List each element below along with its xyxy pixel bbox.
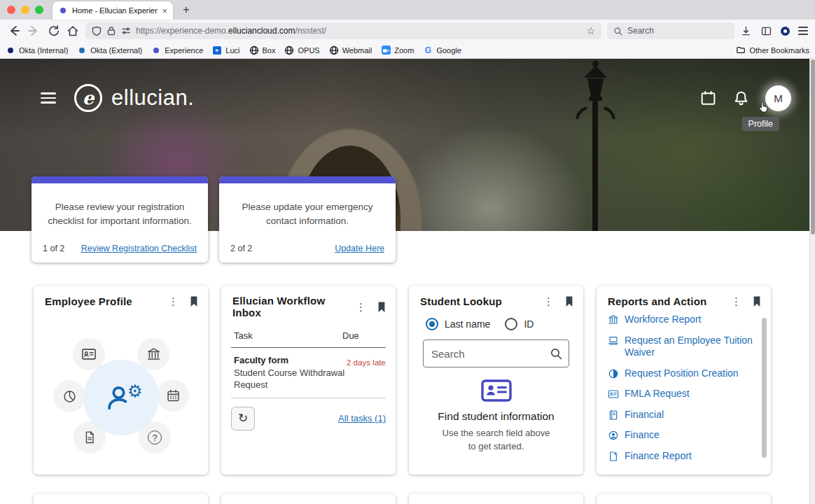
card-menu-icon[interactable]: ⋮ xyxy=(168,296,179,307)
bookmark-zoom[interactable]: Zoom xyxy=(381,46,414,55)
new-tab-button[interactable]: + xyxy=(183,3,190,17)
luci-icon: ▸ xyxy=(212,46,222,55)
card-student-lookup: Student Lookup ⋮ Last name ID Find stude… xyxy=(409,286,583,475)
file-export-icon xyxy=(608,451,619,462)
google-g-icon: G xyxy=(423,46,433,55)
globe-icon xyxy=(329,46,339,55)
okta-internal-icon xyxy=(6,46,15,55)
bookmark-opus[interactable]: OPUS xyxy=(284,46,319,55)
card-menu-icon[interactable]: ⋮ xyxy=(731,296,741,307)
toolbar-right-icons xyxy=(740,25,808,37)
hub-pie-chart-node[interactable] xyxy=(53,380,85,412)
reports-link-list: Workforce Report Request an Employee Tui… xyxy=(597,307,771,463)
notification-message: Please review your registration checklis… xyxy=(32,183,208,227)
link-request-position-creation[interactable]: Request Position Creation xyxy=(608,368,754,380)
brand-wordmark: ellucian xyxy=(111,85,194,111)
student-search-input[interactable] xyxy=(423,340,569,368)
app-header: e ellucian M xyxy=(0,78,809,118)
card-workflow-inbox: Ellucian Workflow Inbox ⋮ Task Due Facul… xyxy=(221,286,396,475)
home-icon[interactable] xyxy=(66,24,80,38)
menu-icon[interactable] xyxy=(798,27,808,35)
notification-counter: 2 of 2 xyxy=(230,244,252,253)
column-due: Due xyxy=(342,330,383,341)
card-menu-icon[interactable]: ⋮ xyxy=(356,302,366,312)
forward-icon[interactable] xyxy=(27,24,41,38)
notification-accent-bar xyxy=(32,176,208,183)
notification-counter: 1 of 2 xyxy=(43,244,64,253)
page-scrollbar[interactable] xyxy=(809,59,815,504)
update-here-link[interactable]: Update Here xyxy=(335,244,384,253)
bookmark-icon[interactable] xyxy=(377,300,386,313)
downloads-icon[interactable] xyxy=(740,25,752,37)
card-title: Employee Profile xyxy=(45,295,132,307)
book-icon xyxy=(608,410,619,421)
all-tasks-link[interactable]: All tasks (1) xyxy=(338,413,386,424)
link-workforce-report[interactable]: Workforce Report xyxy=(608,314,754,326)
brand-logo: e ellucian xyxy=(74,84,194,112)
bookmark-luci[interactable]: ▸Luci xyxy=(212,46,239,55)
refresh-button[interactable]: ↻ xyxy=(231,407,255,430)
bookmark-icon[interactable] xyxy=(564,295,574,307)
page-content: e ellucian M Profile Please review your … xyxy=(0,59,815,504)
search-icon[interactable] xyxy=(550,347,562,360)
back-icon[interactable] xyxy=(7,24,21,38)
tab-title: Home - Ellucian Experience xyxy=(72,6,158,15)
browser-tab[interactable]: Home - Ellucian Experience × xyxy=(53,1,173,20)
lock-icon[interactable] xyxy=(106,26,116,36)
empty-state-title: Find student information xyxy=(409,410,583,423)
card-todo-list: To-Do List + ⋮ xyxy=(34,493,208,504)
shield-icon[interactable] xyxy=(92,26,102,36)
bookmark-star-icon[interactable]: ☆ xyxy=(586,25,595,36)
radio-last-name-label: Last name xyxy=(445,318,490,330)
hub-center-profile-node[interactable]: ⚙ xyxy=(83,360,159,435)
tab-close-icon[interactable]: × xyxy=(162,6,167,15)
card-menu-icon[interactable]: ⋮ xyxy=(543,296,554,307)
link-financial[interactable]: Financial xyxy=(608,409,754,421)
id-card-icon xyxy=(608,388,619,400)
bookmark-okta-internal[interactable]: Okta (Internal) xyxy=(6,46,68,55)
link-employee-tuition-waiver[interactable]: Request an Employee Tuition Waiver xyxy=(608,335,754,359)
bookmark-experience[interactable]: Experience xyxy=(151,46,203,55)
notifications-bell-icon[interactable] xyxy=(732,90,750,107)
reload-icon[interactable] xyxy=(46,24,60,38)
globe-icon xyxy=(249,46,259,55)
task-description: Student Course Withdrawal Request xyxy=(234,368,344,391)
bookmark-google[interactable]: GGoogle xyxy=(423,46,461,55)
browser-search-box[interactable]: Search xyxy=(607,22,734,39)
bookmark-icon[interactable] xyxy=(752,295,762,307)
task-row[interactable]: Faculty formStudent Course Withdrawal Re… xyxy=(221,348,396,398)
app-menu-icon[interactable] xyxy=(41,92,56,104)
hub-calendar-node[interactable] xyxy=(157,379,189,412)
radio-last-name[interactable] xyxy=(426,318,438,330)
card-scrollbar[interactable] xyxy=(762,318,767,458)
extension-icon[interactable] xyxy=(781,27,790,36)
other-bookmarks[interactable]: Other Bookmarks xyxy=(736,46,809,55)
zoom-camera-icon xyxy=(381,46,391,55)
bookmark-webmail[interactable]: Webmail xyxy=(329,46,372,55)
profile-avatar[interactable]: M xyxy=(765,85,791,111)
sidebar-toggle-icon[interactable] xyxy=(760,25,772,37)
notification-message: Please update your emergency contact inf… xyxy=(219,183,396,227)
bookmark-box[interactable]: Box xyxy=(249,46,276,55)
bookmark-icon[interactable] xyxy=(189,295,199,307)
link-finance[interactable]: Finance xyxy=(608,429,754,442)
card-online-campus-forms: Online Campus Forms ⋮ xyxy=(597,493,771,504)
traffic-lights xyxy=(7,6,43,14)
close-window-button[interactable] xyxy=(7,6,15,14)
laptop-icon xyxy=(608,335,619,346)
zoom-window-button[interactable] xyxy=(35,6,43,14)
calendar-icon[interactable] xyxy=(699,90,717,107)
link-finance-report[interactable]: Finance Report xyxy=(608,450,754,463)
refresh-icon: ↻ xyxy=(238,411,248,426)
scrollbar-thumb[interactable] xyxy=(811,59,815,234)
review-registration-checklist-link[interactable]: Review Registration Checklist xyxy=(81,244,197,253)
minimize-window-button[interactable] xyxy=(21,6,29,14)
link-fmla-request[interactable]: FMLA Request xyxy=(608,388,754,400)
ellucian-icon xyxy=(151,46,161,55)
card-learning-management: Learning Management ⋮ xyxy=(221,493,396,504)
radio-id[interactable] xyxy=(505,318,517,330)
url-bar[interactable]: https://experience-demo.elluciancloud.co… xyxy=(85,22,601,39)
task-name: Faculty form xyxy=(234,354,347,367)
permissions-icon[interactable] xyxy=(121,26,131,36)
bookmark-okta-external[interactable]: Okta (External) xyxy=(77,46,142,55)
